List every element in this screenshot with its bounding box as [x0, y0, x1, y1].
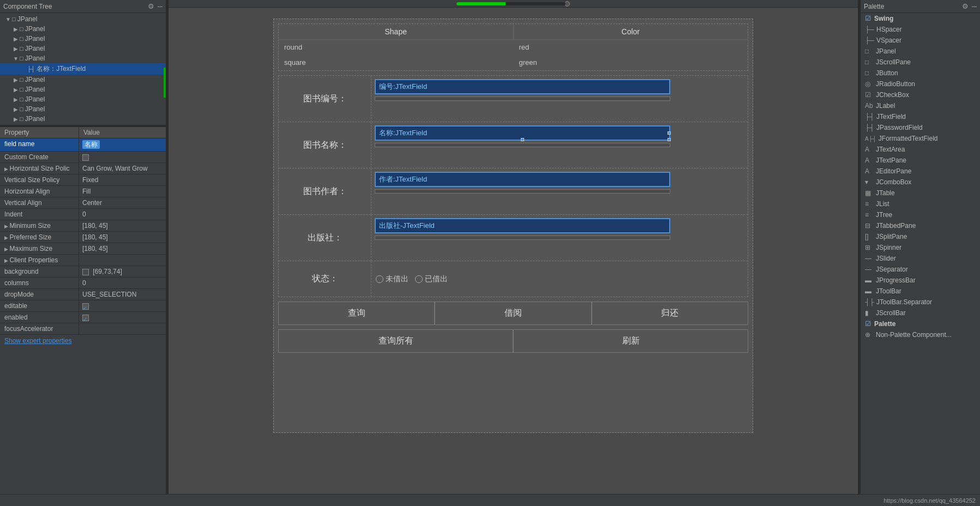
prop-row-custom-create[interactable]: Custom Create	[0, 152, 166, 163]
prop-row-dropmode[interactable]: dropMode USE_SELECTION	[0, 289, 166, 300]
tree-item-jtextfield-name[interactable]: ├┤ 名称：JTextField	[0, 63, 166, 75]
palette-item-jcombobox[interactable]: ▾ JComboBox	[861, 177, 980, 188]
canvas-area[interactable]: Shape Color round red square green 图书编号：	[169, 8, 858, 506]
minimize-icon[interactable]: ─	[158, 2, 163, 10]
tree-item-4-expanded[interactable]: ▼ □ JPanel	[0, 53, 166, 63]
tree-toggle-8[interactable]: ▶	[12, 106, 20, 112]
textfield-chubanshe[interactable]: 出版社-JTextField	[375, 218, 670, 233]
prop-row-maxsize[interactable]: Maximum Size [180, 45]	[0, 243, 166, 255]
tree-toggle-1[interactable]: ▶	[12, 26, 20, 32]
textfield-mingcheng-selected[interactable]: 名称:JTextField	[375, 125, 670, 141]
palette-cat-label: Palette	[874, 320, 895, 328]
btn-return[interactable]: 归还	[592, 302, 748, 325]
tree-toggle-7[interactable]: ▶	[12, 97, 20, 103]
prop-row-editable[interactable]: editable	[0, 300, 166, 312]
textfield-zuozhe-2[interactable]	[375, 189, 670, 194]
tree-item-8[interactable]: ▶ □ JPanel	[0, 104, 166, 114]
jpasswordfield-label: JPasswordField	[876, 124, 923, 131]
palette-item-jslider[interactable]: — JSlider	[861, 253, 980, 264]
textfield-mingcheng-2[interactable]	[375, 143, 670, 147]
prop-row-background[interactable]: background [69,73,74]	[0, 266, 166, 278]
palette-item-jbutton[interactable]: □ JButton	[861, 68, 980, 79]
prop-row-columns[interactable]: columns 0	[0, 278, 166, 289]
tree-item-5[interactable]: ▶ □ JPanel	[0, 75, 166, 85]
palette-item-jradiobutton[interactable]: ◎ JRadioButton	[861, 79, 980, 89]
palette-item-jtoolbar[interactable]: ▬ JToolBar	[861, 286, 980, 297]
prop-row-focusaccel[interactable]: focusAccelerator	[0, 323, 166, 335]
editable-checkbox[interactable]	[82, 303, 89, 310]
palette-item-jscrollbar[interactable]: ▮ JScrollBar	[861, 308, 980, 318]
radio-not-borrowed[interactable]: 未借出	[376, 274, 408, 284]
prop-row-enabled[interactable]: enabled	[0, 312, 166, 323]
prop-row-fieldname[interactable]: field name 名称	[0, 138, 166, 152]
prop-row-client-props[interactable]: Client Properties	[0, 255, 166, 266]
tree-toggle-3[interactable]: ▶	[12, 46, 20, 52]
tree-item-2[interactable]: ▶ □ JPanel	[0, 34, 166, 44]
palette-item-palette-cat[interactable]: ☑ Palette	[861, 318, 980, 329]
tree-item-root[interactable]: ▼ □ JPanel	[0, 14, 166, 24]
jspinner-icon: ⊞	[865, 244, 874, 251]
palette-minimize-icon[interactable]: ─	[972, 2, 977, 10]
tree-toggle-9[interactable]: ▶	[12, 116, 20, 122]
palette-item-jtree[interactable]: ≡ JTree	[861, 209, 980, 220]
palette-item-jtabbedpane[interactable]: ⊟ JTabbedPane	[861, 220, 980, 231]
palette-item-jeditorpane[interactable]: A JEditorPane	[861, 166, 980, 177]
prop-row-indent[interactable]: Indent 0	[0, 209, 166, 220]
jtable-label: JTable	[876, 189, 895, 197]
palette-item-jtextfield[interactable]: ├┤ JTextField	[861, 111, 980, 122]
textfield-bianhao[interactable]: 编号:JTextField	[375, 79, 670, 94]
palette-item-jsplitpane[interactable]: [] JSplitPane	[861, 231, 980, 242]
tree-toggle-4[interactable]: ▼	[12, 56, 20, 62]
palette-item-jpasswordfield[interactable]: ├┤ JPasswordField	[861, 122, 980, 133]
palette-item-jlabel[interactable]: Ab JLabel	[861, 100, 980, 111]
palette-category-swing[interactable]: ☑ Swing	[861, 13, 980, 24]
resize-handle-bm[interactable]	[521, 138, 524, 141]
palette-item-jtable[interactable]: ▦ JTable	[861, 188, 980, 198]
palette-item-jlist[interactable]: ≡ JList	[861, 198, 980, 209]
prop-row-minsize[interactable]: Minimum Size [180, 45]	[0, 220, 166, 232]
palette-item-non-palette[interactable]: ⊕ Non-Palette Component...	[861, 329, 980, 340]
prop-row-hsize[interactable]: Horizontal Size Polic Can Grow, Want Gro…	[0, 163, 166, 174]
prop-row-prefsize[interactable]: Preferred Size [180, 45]	[0, 232, 166, 243]
prop-row-vsize[interactable]: Vertical Size Policy Fixed	[0, 174, 166, 186]
palette-item-hspacer[interactable]: ├─ HSpacer	[861, 24, 980, 35]
palette-item-jcheckbox[interactable]: ☑ JCheckBox	[861, 89, 980, 100]
palette-item-jseparator[interactable]: — JSeparator	[861, 264, 980, 275]
palette-item-jtextpane[interactable]: A JTextPane	[861, 155, 980, 166]
tree-toggle-5[interactable]: ▶	[12, 77, 20, 83]
settings-icon[interactable]: ⚙	[148, 2, 154, 10]
palette-item-jprogressbar[interactable]: ▬ JProgressBar	[861, 275, 980, 286]
palette-item-vspacer[interactable]: ├─ VSpacer	[861, 35, 980, 46]
tree-item-1[interactable]: ▶ □ JPanel	[0, 24, 166, 34]
btn-borrow[interactable]: 借阅	[435, 302, 591, 325]
tree-item-3[interactable]: ▶ □ JPanel	[0, 44, 166, 53]
resize-handle-br[interactable]	[668, 138, 671, 141]
palette-item-jpanel[interactable]: □ JPanel	[861, 46, 980, 57]
custom-create-checkbox[interactable]	[82, 154, 89, 161]
tree-item-6[interactable]: ▶ □ JPanel	[0, 85, 166, 94]
palette-item-jformattedtextfield[interactable]: A├┤ JFormattedTextField	[861, 133, 980, 144]
palette-item-jtextarea[interactable]: A JTextArea	[861, 144, 980, 155]
tree-toggle-6[interactable]: ▶	[12, 87, 20, 93]
palette-item-jtoolbar-separator[interactable]: ┤├ JToolBar.Separator	[861, 297, 980, 308]
palette-settings-icon[interactable]: ⚙	[962, 2, 969, 10]
textfield-chubanshe-2[interactable]	[375, 236, 670, 240]
enabled-checkbox[interactable]	[82, 315, 89, 321]
palette-item-jscrollpane[interactable]: □ JScrollPane	[861, 57, 980, 68]
tree-item-9[interactable]: ▶ □ JPanel	[0, 114, 166, 124]
btn-query-all[interactable]: 查询所有	[278, 329, 513, 353]
tree-toggle-root[interactable]: ▼	[4, 16, 12, 22]
tree-toggle-2[interactable]: ▶	[12, 36, 20, 42]
tree-item-7[interactable]: ▶ □ JPanel	[0, 94, 166, 104]
textfield-zuozhe[interactable]: 作者:JTextField	[375, 172, 670, 187]
radio-borrowed[interactable]: 已借出	[415, 274, 448, 284]
btn-refresh[interactable]: 刷新	[513, 329, 748, 353]
btn-query[interactable]: 查询	[278, 302, 435, 325]
resize-handle-mr[interactable]	[668, 131, 671, 135]
textfield-bianhao-2[interactable]	[375, 97, 670, 101]
palette-item-jspinner[interactable]: ⊞ JSpinner	[861, 242, 980, 253]
prop-row-halign[interactable]: Horizontal Align Fill	[0, 186, 166, 197]
jscrollbar-icon: ▮	[865, 309, 874, 317]
show-expert-link[interactable]: Show expert properties	[0, 335, 166, 347]
prop-row-valign[interactable]: Vertical Align Center	[0, 197, 166, 209]
